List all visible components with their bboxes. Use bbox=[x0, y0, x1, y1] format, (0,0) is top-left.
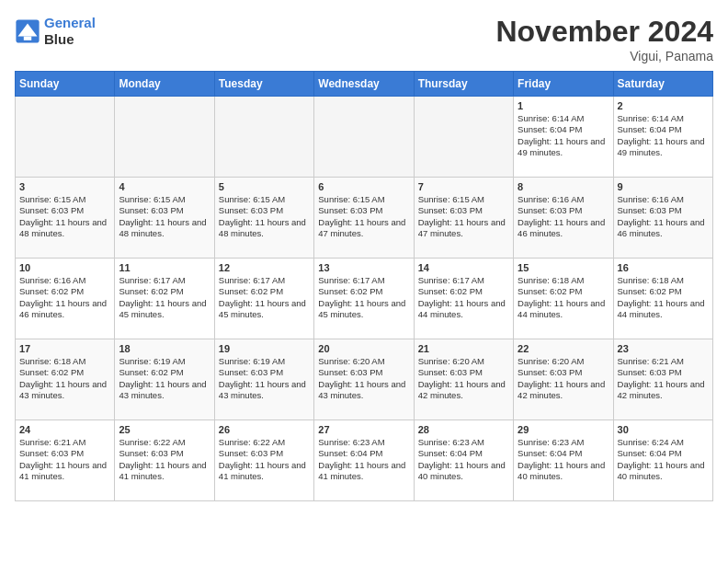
cell-content-line: Sunset: 6:03 PM bbox=[119, 205, 210, 216]
cell-content-line: Sunrise: 6:18 AM bbox=[19, 356, 110, 367]
day-number: 28 bbox=[418, 424, 509, 435]
cell-content-line: Daylight: 11 hours and 47 minutes. bbox=[318, 217, 409, 240]
weekday-header: Tuesday bbox=[214, 72, 313, 97]
cell-content-line: Sunrise: 6:17 AM bbox=[318, 275, 409, 286]
cell-content-line: Sunset: 6:03 PM bbox=[318, 367, 409, 378]
cell-content-line: Daylight: 11 hours and 43 minutes. bbox=[119, 379, 210, 402]
calendar-cell: 27Sunrise: 6:23 AMSunset: 6:04 PMDayligh… bbox=[314, 420, 414, 501]
cell-content-line: Sunrise: 6:20 AM bbox=[418, 356, 509, 367]
calendar-week-row: 24Sunrise: 6:21 AMSunset: 6:03 PMDayligh… bbox=[16, 420, 713, 501]
cell-content-line: Daylight: 11 hours and 41 minutes. bbox=[318, 460, 409, 483]
weekday-header-row: SundayMondayTuesdayWednesdayThursdayFrid… bbox=[16, 72, 713, 97]
cell-content-line: Sunset: 6:03 PM bbox=[518, 205, 609, 216]
cell-content-line: Daylight: 11 hours and 41 minutes. bbox=[19, 460, 110, 483]
day-number: 12 bbox=[219, 262, 310, 273]
day-number: 21 bbox=[418, 343, 509, 354]
day-number: 13 bbox=[318, 262, 409, 273]
logo: General Blue bbox=[15, 15, 96, 48]
day-number: 24 bbox=[19, 424, 110, 435]
day-number: 29 bbox=[518, 424, 609, 435]
day-number: 26 bbox=[219, 424, 310, 435]
cell-content-line: Sunset: 6:02 PM bbox=[418, 286, 509, 297]
cell-content-line: Sunset: 6:03 PM bbox=[219, 367, 310, 378]
day-number: 14 bbox=[418, 262, 509, 273]
calendar-week-row: 1Sunrise: 6:14 AMSunset: 6:04 PMDaylight… bbox=[16, 97, 713, 178]
cell-content-line: Sunset: 6:04 PM bbox=[518, 448, 609, 459]
cell-content-line: Daylight: 11 hours and 40 minutes. bbox=[418, 460, 509, 483]
cell-content-line: Sunset: 6:02 PM bbox=[119, 367, 210, 378]
cell-content-line: Sunrise: 6:21 AM bbox=[618, 356, 709, 367]
cell-content-line: Sunset: 6:02 PM bbox=[19, 367, 110, 378]
logo-blue: Blue bbox=[44, 31, 74, 47]
cell-content-line: Sunset: 6:03 PM bbox=[119, 448, 210, 459]
cell-content-line: Sunrise: 6:15 AM bbox=[219, 194, 310, 205]
day-number: 6 bbox=[318, 181, 409, 192]
cell-content-line: Daylight: 11 hours and 48 minutes. bbox=[219, 217, 310, 240]
calendar-cell bbox=[314, 97, 414, 178]
cell-content-line: Daylight: 11 hours and 42 minutes. bbox=[418, 379, 509, 402]
cell-content-line: Sunrise: 6:15 AM bbox=[119, 194, 210, 205]
day-number: 27 bbox=[318, 424, 409, 435]
cell-content-line: Sunset: 6:04 PM bbox=[318, 448, 409, 459]
cell-content-line: Daylight: 11 hours and 48 minutes. bbox=[119, 217, 210, 240]
cell-content-line: Sunrise: 6:23 AM bbox=[418, 437, 509, 448]
cell-content-line: Sunrise: 6:22 AM bbox=[119, 437, 210, 448]
cell-content-line: Daylight: 11 hours and 45 minutes. bbox=[119, 298, 210, 321]
calendar-cell: 18Sunrise: 6:19 AMSunset: 6:02 PMDayligh… bbox=[115, 339, 214, 420]
page-header: General Blue November 2024 Vigui, Panama bbox=[15, 15, 713, 63]
cell-content-line: Daylight: 11 hours and 41 minutes. bbox=[219, 460, 310, 483]
month-title: November 2024 bbox=[495, 15, 713, 49]
cell-content-line: Daylight: 11 hours and 49 minutes. bbox=[518, 136, 609, 159]
day-number: 20 bbox=[318, 343, 409, 354]
cell-content-line: Daylight: 11 hours and 47 minutes. bbox=[418, 217, 509, 240]
calendar-cell: 9Sunrise: 6:16 AMSunset: 6:03 PMDaylight… bbox=[613, 178, 712, 259]
calendar-cell: 21Sunrise: 6:20 AMSunset: 6:03 PMDayligh… bbox=[414, 339, 513, 420]
calendar-cell: 16Sunrise: 6:18 AMSunset: 6:02 PMDayligh… bbox=[613, 259, 712, 339]
cell-content-line: Daylight: 11 hours and 42 minutes. bbox=[518, 379, 609, 402]
cell-content-line: Sunrise: 6:15 AM bbox=[418, 194, 509, 205]
cell-content-line: Daylight: 11 hours and 44 minutes. bbox=[518, 298, 609, 321]
cell-content-line: Sunrise: 6:24 AM bbox=[618, 437, 709, 448]
cell-content-line: Daylight: 11 hours and 45 minutes. bbox=[219, 298, 310, 321]
cell-content-line: Sunrise: 6:18 AM bbox=[618, 275, 709, 286]
cell-content-line: Daylight: 11 hours and 40 minutes. bbox=[618, 460, 709, 483]
weekday-header: Monday bbox=[115, 72, 214, 97]
cell-content-line: Sunrise: 6:21 AM bbox=[19, 437, 110, 448]
cell-content-line: Daylight: 11 hours and 42 minutes. bbox=[618, 379, 709, 402]
calendar-cell: 30Sunrise: 6:24 AMSunset: 6:04 PMDayligh… bbox=[613, 420, 712, 501]
calendar-cell: 20Sunrise: 6:20 AMSunset: 6:03 PMDayligh… bbox=[314, 339, 414, 420]
cell-content-line: Daylight: 11 hours and 43 minutes. bbox=[318, 379, 409, 402]
cell-content-line: Sunset: 6:03 PM bbox=[19, 205, 110, 216]
cell-content-line: Sunset: 6:03 PM bbox=[518, 367, 609, 378]
cell-content-line: Daylight: 11 hours and 44 minutes. bbox=[618, 298, 709, 321]
day-number: 1 bbox=[518, 100, 609, 111]
calendar-cell bbox=[16, 97, 115, 178]
calendar-cell: 22Sunrise: 6:20 AMSunset: 6:03 PMDayligh… bbox=[514, 339, 613, 420]
day-number: 16 bbox=[618, 262, 709, 273]
svg-rect-2 bbox=[24, 37, 31, 40]
cell-content-line: Daylight: 11 hours and 46 minutes. bbox=[618, 217, 709, 240]
cell-content-line: Sunrise: 6:19 AM bbox=[219, 356, 310, 367]
cell-content-line: Daylight: 11 hours and 41 minutes. bbox=[119, 460, 210, 483]
cell-content-line: Sunrise: 6:16 AM bbox=[518, 194, 609, 205]
cell-content-line: Sunset: 6:03 PM bbox=[219, 205, 310, 216]
day-number: 9 bbox=[618, 181, 709, 192]
cell-content-line: Sunset: 6:02 PM bbox=[219, 286, 310, 297]
calendar-cell: 4Sunrise: 6:15 AMSunset: 6:03 PMDaylight… bbox=[115, 178, 214, 259]
calendar-cell: 10Sunrise: 6:16 AMSunset: 6:02 PMDayligh… bbox=[16, 259, 115, 339]
calendar-cell: 25Sunrise: 6:22 AMSunset: 6:03 PMDayligh… bbox=[115, 420, 214, 501]
cell-content-line: Sunset: 6:02 PM bbox=[19, 286, 110, 297]
cell-content-line: Sunset: 6:04 PM bbox=[518, 124, 609, 135]
weekday-header: Wednesday bbox=[314, 72, 414, 97]
day-number: 2 bbox=[618, 100, 709, 111]
calendar-cell: 7Sunrise: 6:15 AMSunset: 6:03 PMDaylight… bbox=[414, 178, 513, 259]
cell-content-line: Sunrise: 6:14 AM bbox=[618, 113, 709, 124]
cell-content-line: Sunrise: 6:17 AM bbox=[119, 275, 210, 286]
cell-content-line: Sunset: 6:04 PM bbox=[418, 448, 509, 459]
day-number: 7 bbox=[418, 181, 509, 192]
cell-content-line: Daylight: 11 hours and 40 minutes. bbox=[518, 460, 609, 483]
calendar-cell: 26Sunrise: 6:22 AMSunset: 6:03 PMDayligh… bbox=[214, 420, 313, 501]
cell-content-line: Sunset: 6:03 PM bbox=[418, 367, 509, 378]
cell-content-line: Sunset: 6:02 PM bbox=[119, 286, 210, 297]
cell-content-line: Daylight: 11 hours and 43 minutes. bbox=[19, 379, 110, 402]
